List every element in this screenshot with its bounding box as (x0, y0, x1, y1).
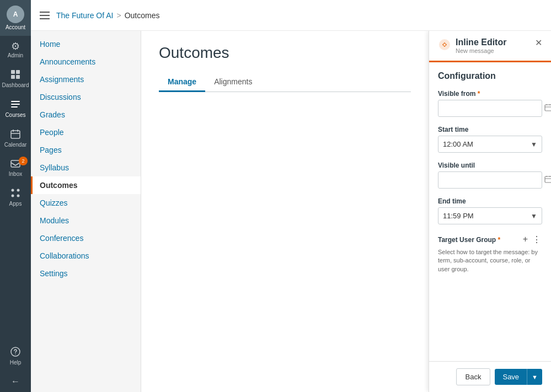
breadcrumb: The Future Of AI > Outcomes (56, 11, 160, 20)
svg-rect-15 (545, 176, 551, 182)
editor-title-group: Inline Editor New message (456, 37, 506, 54)
calendar-picker-icon[interactable] (540, 100, 551, 116)
nav-label-apps: Apps (9, 201, 22, 207)
back-button[interactable]: Back (456, 368, 491, 385)
end-time-group: End time 11:59 PM ▼ (438, 197, 542, 224)
course-nav-pages[interactable]: Pages (31, 141, 141, 159)
visible-from-label: Visible from * (438, 90, 542, 98)
end-time-label: End time (438, 197, 542, 205)
collapse-nav-button[interactable]: ← (0, 371, 31, 392)
nav-label-courses: Courses (5, 112, 25, 118)
course-nav-modules[interactable]: Modules (31, 212, 141, 229)
save-dropdown-button[interactable]: ▼ (527, 369, 542, 385)
main-area: The Future Of AI > Outcomes Home Announc… (31, 0, 551, 392)
start-time-chevron-icon: ▼ (526, 137, 542, 152)
save-button[interactable]: Save (495, 369, 527, 385)
target-group-description: Select how to target the message: by ter… (438, 248, 542, 273)
calendar-picker-until-icon[interactable] (540, 172, 551, 188)
nav-item-account[interactable]: A Account (0, 0, 31, 36)
course-nav-grades[interactable]: Grades (31, 106, 141, 123)
svg-rect-1 (16, 70, 20, 74)
inline-editor-panel: Inline Editor New message ✕ Configuratio… (429, 31, 551, 392)
save-button-group: Save ▼ (495, 369, 542, 385)
page-content: Outcomes Manage Alignments (141, 31, 429, 392)
menu-toggle-button[interactable] (40, 12, 50, 19)
svg-point-6 (12, 189, 14, 192)
breadcrumb-current: Outcomes (125, 11, 160, 20)
save-dropdown-chevron-icon: ▼ (532, 374, 538, 380)
inbox-badge: 2 (19, 157, 28, 165)
course-nav-assignments[interactable]: Assignments (31, 71, 141, 88)
target-group-header: Target User Group * + ⋮ (438, 233, 542, 246)
close-button[interactable]: ✕ (535, 37, 542, 48)
nav-item-courses[interactable]: Courses (0, 94, 31, 123)
course-nav-people[interactable]: People (31, 123, 141, 141)
required-indicator: * (478, 90, 480, 98)
course-nav-quizzes[interactable]: Quizzes (31, 194, 141, 212)
nav-item-dashboard[interactable]: Dashboard (0, 64, 31, 94)
svg-point-7 (17, 189, 20, 192)
svg-rect-14 (545, 105, 551, 111)
nav-item-apps[interactable]: Apps (0, 182, 31, 212)
course-nav-outcomes[interactable]: Outcomes (31, 176, 141, 194)
course-nav-home[interactable]: Home (31, 35, 141, 53)
tab-manage[interactable]: Manage (159, 73, 205, 92)
editor-subtitle: New message (456, 47, 506, 54)
nav-item-calendar[interactable]: Calendar (0, 123, 31, 153)
course-nav-settings[interactable]: Settings (31, 265, 141, 282)
svg-point-11 (15, 353, 16, 355)
nav-label-help: Help (10, 359, 22, 366)
start-time-value: 12:00 AM (438, 136, 526, 152)
nav-item-admin[interactable]: ⚙ Admin (0, 36, 31, 64)
svg-rect-4 (11, 131, 20, 138)
breadcrumb-separator: > (117, 11, 121, 20)
avatar: A (7, 6, 24, 23)
svg-rect-3 (16, 75, 20, 79)
visible-until-input[interactable] (438, 173, 540, 187)
nav-label-inbox: Inbox (9, 171, 22, 177)
svg-rect-2 (11, 75, 15, 79)
svg-point-13 (443, 44, 446, 46)
page-title: Outcomes (159, 44, 411, 62)
courses-icon (10, 99, 20, 111)
course-navigation: Home Announcements Assignments Discussio… (31, 31, 141, 392)
target-group-more-button[interactable]: ⋮ (531, 233, 542, 246)
editor-body: Configuration Visible from * (429, 62, 551, 361)
target-group-actions: + ⋮ (522, 233, 542, 246)
course-nav-announcements[interactable]: Announcements (31, 53, 141, 71)
nav-label-dashboard: Dashboard (2, 82, 29, 88)
end-time-select[interactable]: 11:59 PM ▼ (438, 207, 542, 224)
apps-icon (10, 188, 20, 200)
course-nav-syllabus[interactable]: Syllabus (31, 159, 141, 176)
start-time-select[interactable]: 12:00 AM ▼ (438, 136, 542, 153)
nav-label-calendar: Calendar (4, 142, 27, 148)
visible-until-input-wrap (438, 171, 542, 189)
visible-until-group: Visible until (438, 162, 542, 189)
breadcrumb-course-link[interactable]: The Future Of AI (56, 11, 114, 20)
start-time-label: Start time (438, 126, 542, 133)
visible-from-input[interactable] (438, 101, 540, 116)
course-nav-discussions[interactable]: Discussions (31, 88, 141, 106)
help-icon (10, 347, 20, 358)
add-target-group-button[interactable]: + (522, 233, 529, 246)
end-time-value: 11:59 PM (438, 208, 526, 224)
tabs: Manage Alignments (159, 73, 411, 92)
svg-rect-0 (11, 70, 15, 74)
editor-title: Inline Editor (456, 37, 506, 47)
start-time-group: Start time 12:00 AM ▼ (438, 126, 542, 153)
editor-header-left: Inline Editor New message (438, 37, 506, 54)
dashboard-icon (10, 69, 20, 81)
nav-item-help[interactable]: Help (0, 341, 31, 371)
svg-point-8 (12, 195, 14, 197)
target-user-group-group: Target User Group * + ⋮ Select how to ta… (438, 233, 542, 273)
nav-label-admin: Admin (8, 52, 23, 58)
course-nav-collaborations[interactable]: Collaborations (31, 247, 141, 265)
tab-alignments[interactable]: Alignments (205, 73, 261, 92)
config-section-title: Configuration (438, 71, 542, 81)
collapse-icon: ← (11, 377, 20, 386)
content-wrapper: Home Announcements Assignments Discussio… (31, 31, 551, 392)
nav-item-inbox[interactable]: 2 Inbox (0, 153, 31, 182)
svg-point-9 (17, 195, 20, 197)
course-nav-conferences[interactable]: Conferences (31, 229, 141, 247)
editor-footer: Back Save ▼ (429, 361, 551, 392)
